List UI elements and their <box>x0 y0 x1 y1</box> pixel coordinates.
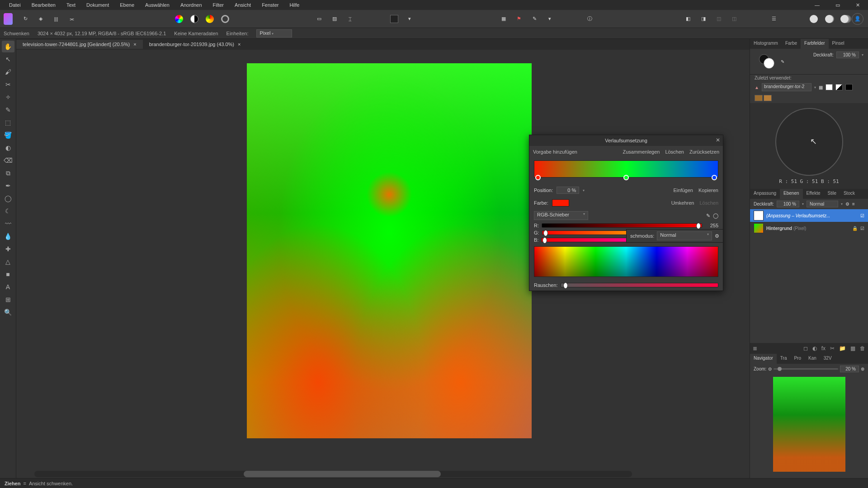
heal-tool-icon[interactable]: ✚ <box>2 243 14 255</box>
layer-opacity-input[interactable]: 100 % <box>777 201 799 207</box>
crop-dropdown[interactable] <box>388 13 401 25</box>
bw-circle-icon[interactable] <box>188 13 201 25</box>
grid-view-icon[interactable]: ▦ <box>819 85 823 90</box>
tab-close-icon[interactable]: × <box>133 42 136 47</box>
pencil-tool-icon[interactable]: ✎ <box>2 104 14 116</box>
gradient-bar[interactable] <box>534 160 718 178</box>
hand-tool-icon[interactable]: ✋ <box>2 41 14 52</box>
add-preset-button[interactable]: Vorgabe hinzufügen <box>533 149 577 155</box>
clone-tool-icon[interactable]: ⧉ <box>2 167 14 179</box>
r-value[interactable]: 255 <box>705 223 718 228</box>
info-icon[interactable]: ⓘ <box>583 13 596 25</box>
lock-icon[interactable]: 🔒 <box>852 226 858 231</box>
menu-help[interactable]: Hilfe <box>284 1 305 9</box>
color-model-select[interactable]: RGB-Schieber ▾ <box>534 211 588 220</box>
fx-icon[interactable]: fx <box>821 345 826 352</box>
arrow-tool-icon[interactable]: ↖ <box>2 53 14 65</box>
copy-button[interactable]: Kopieren <box>698 188 718 193</box>
folder-icon[interactable]: 📁 <box>839 345 846 352</box>
maximize-button[interactable]: ▭ <box>827 0 848 10</box>
marquee-dashed-icon[interactable]: ⬚ <box>2 117 14 128</box>
color-swatch-button[interactable] <box>552 199 569 206</box>
scrollbar-thumb[interactable] <box>244 471 441 477</box>
layer-row-adjustment[interactable]: (Anpassung – Verlaufsumsetz... ☑ <box>750 209 868 222</box>
noise-slider[interactable] <box>561 283 718 287</box>
color-well[interactable] <box>759 54 774 69</box>
swatch-1[interactable] <box>755 95 763 101</box>
mask-icon[interactable]: ◻ <box>803 345 808 352</box>
document-tab-2[interactable]: brandenburger-tor-201939.jpg (43.0%) × <box>143 40 247 49</box>
pen-tool-icon[interactable]: ✒ <box>2 180 14 192</box>
menu-arrange[interactable]: Anordnen <box>175 1 208 9</box>
color-wheel-icon[interactable] <box>173 13 185 25</box>
swatch-2[interactable] <box>764 95 772 101</box>
swatch-black-icon[interactable] <box>845 84 853 90</box>
gear-icon[interactable]: ⚙ <box>715 233 719 239</box>
dialog-close-icon[interactable]: ✕ <box>716 137 720 143</box>
blend-select[interactable]: Normal ▾ <box>657 231 712 240</box>
color-swatch-icon[interactable] <box>203 13 216 25</box>
tab-channels[interactable]: Kan <box>805 354 820 364</box>
crop-tool-icon[interactable]: ✂ <box>2 79 14 90</box>
blur-tool-icon[interactable]: 💧 <box>2 230 14 242</box>
tab-brushes[interactable]: Pinsel <box>829 39 848 49</box>
layer-visible-checkbox[interactable]: ☑ <box>860 226 864 231</box>
tab-color[interactable]: Farbe <box>782 39 801 49</box>
swatch-white-icon[interactable] <box>826 84 833 90</box>
pen-dropdown-chevron[interactable]: ▾ <box>543 13 556 25</box>
merge-button[interactable]: Zusammenlegen <box>623 149 660 155</box>
gear-icon[interactable]: ⚙ <box>845 202 849 206</box>
crop-layer-icon[interactable]: ✂ <box>830 345 835 352</box>
circle2-icon[interactable] <box>823 13 835 25</box>
layer-visible-checkbox[interactable]: ☑ <box>860 213 864 218</box>
layer-up-icon[interactable]: ◫ <box>712 13 725 25</box>
gradient-stop-1[interactable] <box>535 175 541 180</box>
tab-effects[interactable]: Effekte <box>803 189 824 199</box>
chevron-down-icon[interactable]: ▾ <box>862 53 863 57</box>
menu-filter[interactable]: Filter <box>208 1 229 9</box>
dialog-titlebar[interactable]: Verlaufsumsetzung ✕ <box>529 135 723 146</box>
eyedropper-icon[interactable]: ✎ <box>781 59 784 64</box>
slash-marquee-icon[interactable]: ▨ <box>328 13 341 25</box>
tab-stock[interactable]: Stock <box>840 189 859 199</box>
navigator-preview[interactable] <box>773 377 845 472</box>
dodge-tool-icon[interactable]: ◯ <box>2 192 14 204</box>
layers-stack-icon[interactable]: ≣ <box>753 345 757 352</box>
horizontal-scrollbar[interactable] <box>34 471 632 477</box>
eyedropper-icon[interactable]: ✎ <box>706 213 710 219</box>
menu-select[interactable]: Auswählen <box>140 1 175 9</box>
menu-document[interactable]: Dokument <box>81 1 114 9</box>
brush-tool-icon[interactable]: 🖌 <box>2 66 14 78</box>
swatch-split-icon[interactable] <box>835 84 843 90</box>
minimize-button[interactable]: — <box>807 0 827 10</box>
zoom-slider[interactable] <box>774 368 838 370</box>
cube-icon[interactable]: ◈ <box>34 13 47 25</box>
shape-tool-icon[interactable]: ■ <box>2 268 14 280</box>
menu-file[interactable]: Datei <box>4 1 26 9</box>
ring-icon[interactable] <box>219 13 231 25</box>
tab-close-icon[interactable]: × <box>238 42 241 47</box>
tab-histogram[interactable]: Histogramm <box>750 39 782 49</box>
pen-dropdown-icon[interactable]: ✎ <box>528 13 541 25</box>
gradient-stop-2[interactable] <box>623 175 629 180</box>
zoom-out-icon[interactable]: ⊖ <box>768 366 772 371</box>
text-cursor-icon[interactable]: ⌶ <box>344 13 356 25</box>
opacity-input[interactable]: 100 % <box>836 52 859 58</box>
menu-icon[interactable]: ☰ <box>768 13 780 25</box>
insert-button[interactable]: Einfügen <box>674 188 693 193</box>
layer-dup-icon[interactable]: ◨ <box>697 13 710 25</box>
zoom-value-input[interactable]: 20 % <box>840 366 859 372</box>
gradient-stop-3[interactable] <box>712 175 717 180</box>
zoom-tool-icon[interactable]: 🔍 <box>2 306 14 318</box>
menu-layer[interactable]: Ebene <box>114 1 140 9</box>
circle1-icon[interactable] <box>807 13 820 25</box>
position-input[interactable]: 0 % <box>557 187 579 194</box>
sharpen-tool-icon[interactable]: △ <box>2 256 14 267</box>
menu-window[interactable]: Fenster <box>256 1 284 9</box>
add-layer-icon[interactable]: ▦ <box>850 345 855 352</box>
share-icon[interactable]: ⫘ <box>65 13 78 25</box>
mesh-tool-icon[interactable]: ⊞ <box>2 294 14 305</box>
units-select[interactable]: Pixel ▾ <box>256 29 292 38</box>
eraser-tool-icon[interactable]: ⌫ <box>2 155 14 166</box>
reset-button[interactable]: Zurücksetzen <box>689 149 719 155</box>
